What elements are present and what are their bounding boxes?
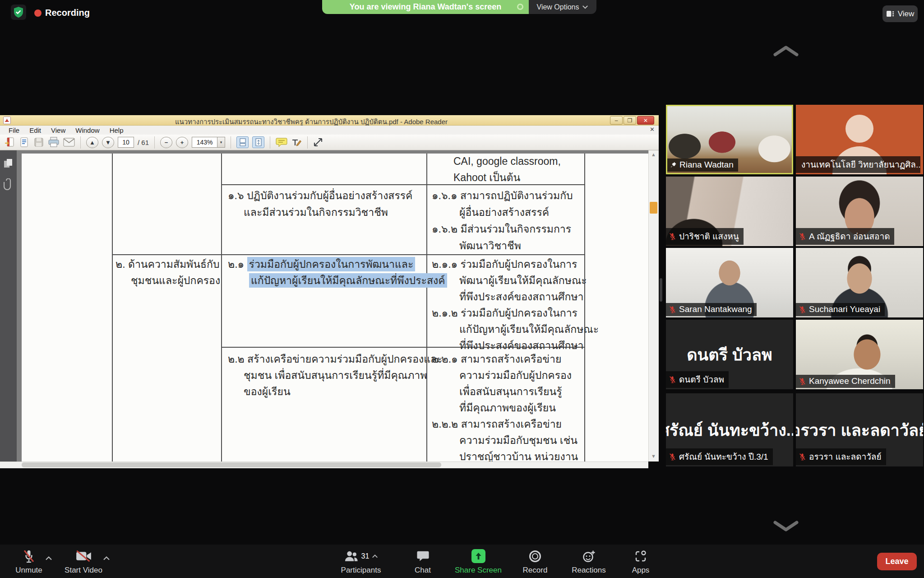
next-page-button[interactable]: ▼ [102,137,114,148]
vertical-scroll-thumb[interactable] [650,202,657,214]
participant-name-label: Kanyawee Cherdchin [796,375,895,388]
table-border [221,184,585,185]
table-cell-line: พัฒนาผู้เรียนให้มีคุณลักษณะ [459,274,587,287]
toolbar-close-icon[interactable]: ✕ [650,126,655,133]
table-cell-line: ผู้อื่นอย่างสร้างสรรค์ [459,205,549,219]
participant-tile[interactable]: งานเทคโนโลยี วิทยาลัยนาฏศิล... [796,105,923,174]
menu-help[interactable]: Help [105,126,129,134]
apps-label: Apps [632,566,650,575]
participant-tile[interactable]: Saran Nantakwang [666,248,793,317]
participant-name-label: A ณัฏฐธิดา อ่อนสอาด [796,228,894,245]
participants-button[interactable]: 31 Participants [333,549,389,575]
reactions-button[interactable]: Reactions [561,549,617,575]
leave-button[interactable]: Leave [877,553,917,570]
chat-button[interactable]: Chat [395,549,451,575]
page-number-input[interactable]: 10 [118,137,134,148]
participant-name-label: Riana Wadtan [667,158,738,172]
reactions-label: Reactions [572,566,606,575]
view-options-button[interactable]: View Options [529,0,596,14]
gallery-scroll-down-icon[interactable] [772,520,799,532]
apps-button[interactable]: Apps [613,549,669,575]
viewing-screen-banner: You are viewing Riana Wadtan's screen [322,0,529,14]
participant-name-label: ปาริชาติ แสงหนู [666,228,744,245]
sign-icon[interactable] [291,137,302,147]
shield-icon [13,6,24,18]
menu-window[interactable]: Window [70,126,104,134]
table-cell-line: Kahoot เป็นต้น [453,171,520,184]
participant-tile[interactable]: อรวรา และลดาวัลย์ อรวรา และลดาวัลย์ [796,393,923,466]
avatar-icon [845,115,873,143]
share-screen-button[interactable]: Share Screen [450,549,506,575]
adobe-toolbar: ▲ ▼ 10 / 61 − + 143% ▾ [0,135,659,150]
participant-tile[interactable]: Riana Wadtan [666,105,793,174]
muted-mic-icon [669,233,676,240]
scroll-up-icon[interactable]: ▲ [651,152,656,157]
menu-edit[interactable]: Edit [24,126,46,134]
meeting-security-shield-icon[interactable] [11,5,26,20]
muted-mic-icon [799,233,806,240]
participant-name: ปาริชาติ แสงหนู [679,229,739,243]
participant-tile[interactable]: ศรัณย์ นันทะขว้าง... ศรัณย์ นันทะขว้าง ป… [666,393,793,466]
table-cell-line: ๑.๖ ปฏิบัติงานร่วมกับผู้อื่นอย่างสร้างสร… [228,189,413,202]
scroll-mode-button[interactable] [236,136,249,148]
zoom-in-button[interactable]: + [176,137,188,148]
scroll-down-icon[interactable]: ▼ [651,453,656,459]
table-cell-line: ความร่วมมือกับผู้ปกครอง [459,368,572,382]
table-cell-line: ๒.๑ ร่วมมือกับผู้ปกครองในการพัฒนาและ [228,257,415,271]
participant-tile[interactable]: A ณัฏฐธิดา อ่อนสอาด [796,177,923,246]
fullscreen-icon[interactable] [313,137,323,147]
table-cell-line: ชุมชน เพื่อสนับสนุนการเรียนรู้ที่มีคุณภา… [244,368,427,382]
page-thumbnails-icon[interactable] [3,158,14,168]
gallery-view-icon [886,10,895,18]
horizontal-scroll-thumb[interactable] [22,462,441,467]
unmute-button[interactable]: Unmute [1,549,57,575]
muted-mic-icon [669,306,676,313]
window-close-button[interactable]: ✕ [637,116,654,125]
audio-options-caret-icon[interactable] [45,556,52,560]
table-cell-line: ๒.๒ สร้างเครือข่ายความร่วมมือกับผู้ปกครอ… [228,352,443,366]
table-cell-line: ของผู้เรียน [244,385,291,398]
participant-name: Saran Nantakwang [679,304,752,314]
previous-page-button[interactable]: ▲ [86,137,98,148]
table-cell-line: ๑.๖.๑ สามารถปฏิบัติงานร่วมกับ [432,189,573,202]
window-minimize-button[interactable]: – [610,116,623,125]
view-options-label: View Options [537,3,579,11]
chat-label: Chat [415,566,431,575]
table-cell-line: ที่พึงประสงค์ของสถานศึกษา [459,339,583,352]
toolbar-separator [307,136,308,149]
comment-bubble-icon[interactable] [276,137,287,147]
participant-tile[interactable]: ปาริชาติ แสงหนู [666,177,793,246]
participant-name-label: ดนตรี บัวลพ [666,371,729,388]
highlighted-text: ร่วมมือกับผู้ปกครองในการพัฒนาและ [247,257,416,271]
zoom-dropdown-icon[interactable]: ▾ [217,137,225,147]
participant-tile[interactable]: ดนตรี บัวลพ ดนตรี บัวลพ [666,320,793,389]
participant-tile[interactable]: Kanyawee Cherdchin [796,320,923,389]
video-off-icon [76,550,92,563]
fit-page-button[interactable] [252,136,264,148]
start-video-button[interactable]: Start Video [55,549,111,575]
save-icon[interactable] [33,137,44,148]
zoom-out-button[interactable]: − [160,137,172,148]
participant-tile[interactable]: Suchanari Yueayai [796,248,923,317]
toolbar-separator [270,136,270,149]
menu-file[interactable]: File [4,126,24,134]
gallery-scroll-up-icon[interactable] [772,45,799,57]
participants-caret-icon[interactable] [372,555,378,558]
view-button[interactable]: View [882,5,918,22]
print-icon[interactable] [48,137,60,148]
panel-resize-handle[interactable] [660,278,662,302]
muted-mic-icon [669,376,676,383]
menu-view[interactable]: View [46,126,70,134]
pdf-nav-strip [0,150,17,461]
table-cell-line: ๒.๒.๒ สามารถสร้างเครือข่าย [432,417,562,431]
open-file-icon[interactable] [5,137,15,148]
participant-name-label: งานเทคโนโลยี วิทยาลัยนาฏศิล... [796,156,920,173]
vertical-scrollbar[interactable] [648,150,659,461]
window-restore-button[interactable]: ❐ [624,116,636,125]
convert-file-icon[interactable] [19,137,30,148]
zoom-level-select[interactable]: 143% ▾ [192,137,225,148]
email-icon[interactable] [63,138,75,147]
video-options-caret-icon[interactable] [103,556,110,560]
attachments-paperclip-icon[interactable] [4,178,13,190]
record-button[interactable]: Record [507,549,563,575]
